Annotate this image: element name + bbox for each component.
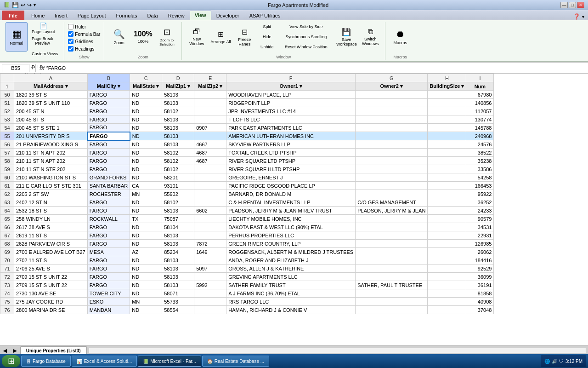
quick-access-redo[interactable]: ↪ <box>27 2 32 8</box>
cell-F[interactable]: GREEN RIVER COUNTRY, LLP <box>226 240 356 248</box>
cell-B[interactable]: MESA <box>87 248 130 256</box>
cell-D[interactable]: 58103 <box>162 91 194 99</box>
cell-F[interactable]: PLADSON, JERRY M & JEAN M REV TRUST <box>226 207 356 215</box>
cell-A[interactable]: 2800 MARINA DR SE <box>14 306 88 314</box>
tab-insert[interactable]: Insert <box>50 11 73 20</box>
col-header-I[interactable]: I <box>466 74 494 82</box>
header-cell-D[interactable]: MailZip1 ▾ <box>162 82 194 91</box>
header-cell-A[interactable]: MailAddress ▾ <box>14 82 88 91</box>
cell-E[interactable]: 5097 <box>194 264 226 273</box>
cell-H[interactable] <box>428 264 466 273</box>
cell-H[interactable] <box>428 281 466 289</box>
cell-E[interactable] <box>194 132 226 140</box>
cell-D[interactable]: 93101 <box>162 182 194 190</box>
cell-I[interactable]: 81858 <box>466 289 494 298</box>
cell-D[interactable]: 55902 <box>162 190 194 198</box>
taskbar-excel-access[interactable]: 📊 Excel & Access Soluti... <box>72 356 137 367</box>
taskbar-fargo-db[interactable]: 🗄 Fargo Database <box>21 356 71 367</box>
cell-I[interactable]: 26062 <box>466 248 494 256</box>
cell-E[interactable] <box>194 289 226 298</box>
cell-E[interactable]: 5992 <box>194 281 226 289</box>
cell-F[interactable]: PARK EAST APARTMENTS LLC <box>226 124 356 132</box>
sync-scroll-button[interactable]: Synchronous Scrolling <box>278 32 334 41</box>
cell-B[interactable]: FARGO <box>87 198 130 207</box>
view-side-button[interactable]: View Side by Side <box>278 22 334 31</box>
cell-H[interactable] <box>428 240 466 248</box>
cell-I[interactable]: 33586 <box>466 165 494 173</box>
cell-I[interactable]: 145788 <box>466 124 494 132</box>
cell-C[interactable]: ND <box>130 157 162 165</box>
cell-A[interactable]: 2730 130 AVE SE <box>14 289 88 298</box>
cell-C[interactable]: ND <box>130 273 162 281</box>
cell-G[interactable] <box>356 231 428 240</box>
cell-I[interactable]: 38522 <box>466 149 494 157</box>
cell-B[interactable]: FARGO <box>87 132 130 140</box>
cell-F[interactable]: DAKOTA EAST & WEST LLC (90%) ETAL <box>226 223 356 231</box>
cell-B[interactable]: ESKO <box>87 298 130 306</box>
cell-C[interactable]: ND <box>130 240 162 248</box>
cell-D[interactable]: 58102 <box>162 149 194 157</box>
cell-I[interactable]: 40908 <box>466 298 494 306</box>
cell-E[interactable] <box>194 182 226 190</box>
cell-F[interactable]: A J FARMS INC (36.70%) ETAL <box>226 289 356 298</box>
cell-B[interactable]: ROCKWALL <box>87 215 130 223</box>
cell-I[interactable]: 67980 <box>466 91 494 99</box>
quick-access-undo[interactable]: ↩ <box>21 2 25 8</box>
cell-A[interactable]: 2619 11 ST S <box>14 231 88 240</box>
ruler-checkbox[interactable] <box>68 24 74 29</box>
cell-F[interactable]: GREVING APARTMENTS LLC <box>226 273 356 281</box>
cell-D[interactable]: 75087 <box>162 215 194 223</box>
cell-H[interactable] <box>428 99 466 107</box>
gridlines-checkbox[interactable] <box>68 39 74 44</box>
cell-I[interactable]: 37048 <box>466 306 494 314</box>
cell-F[interactable]: RIVER SQUARE II LTD PTSHP <box>226 165 356 173</box>
cell-B[interactable]: FARGO <box>87 157 130 165</box>
cell-I[interactable]: 34531 <box>466 223 494 231</box>
cell-I[interactable]: 54258 <box>466 173 494 182</box>
cell-G[interactable] <box>356 124 428 132</box>
cell-H[interactable] <box>428 215 466 223</box>
cell-I[interactable]: 36191 <box>466 281 494 289</box>
tab-review[interactable]: Review <box>163 11 190 20</box>
cell-E[interactable] <box>194 298 226 306</box>
cell-E[interactable] <box>194 190 226 198</box>
cell-E[interactable] <box>194 306 226 314</box>
cell-A[interactable]: 200 45 ST N <box>14 107 88 115</box>
cell-G[interactable] <box>356 256 428 264</box>
normal-view-button[interactable]: ▦ Normal <box>6 22 28 52</box>
cell-I[interactable]: 166453 <box>466 182 494 190</box>
cell-A[interactable]: 2628 PARKVIEW CIR S <box>14 240 88 248</box>
cell-H[interactable] <box>428 157 466 165</box>
cell-D[interactable]: 58103 <box>162 256 194 264</box>
cell-G[interactable] <box>356 157 428 165</box>
cell-C[interactable]: ND <box>130 99 162 107</box>
cell-D[interactable]: 58103 <box>162 264 194 273</box>
cell-I[interactable]: 140856 <box>466 99 494 107</box>
cell-C[interactable]: ND <box>130 281 162 289</box>
cell-A[interactable]: 275 JAY COOKE RD <box>14 298 88 306</box>
cell-A[interactable]: 200 45 ST S STE 1 <box>14 124 88 132</box>
cell-D[interactable]: 58103 <box>162 281 194 289</box>
cell-A[interactable]: 211 E CARILLO ST STE 301 <box>14 182 88 190</box>
cell-F[interactable]: BARNARD, DR DONALD M <box>226 190 356 198</box>
cell-E[interactable] <box>194 91 226 99</box>
header-cell-C[interactable]: MailState ▾ <box>130 82 162 91</box>
sheet-tab-unique[interactable]: Unique Properties (List3) <box>20 346 87 355</box>
tab-developer[interactable]: Developer <box>211 11 244 20</box>
cell-C[interactable]: TX <box>130 215 162 223</box>
cell-D[interactable]: 58104 <box>162 223 194 231</box>
cell-C[interactable]: ND <box>130 165 162 173</box>
cell-G[interactable] <box>356 132 428 140</box>
cell-A[interactable]: 2205 2 ST SW <box>14 190 88 198</box>
cell-F[interactable]: PACIFIC RIDGE OSGOOD PLACE LP <box>226 182 356 190</box>
cell-C[interactable]: ND <box>130 149 162 157</box>
cell-A[interactable]: 2532 18 ST S <box>14 207 88 215</box>
cell-D[interactable]: 58103 <box>162 124 194 132</box>
quick-access-customize[interactable]: ▾ <box>34 2 36 7</box>
start-button[interactable]: ⊞ <box>2 355 20 367</box>
cell-E[interactable]: 0907 <box>194 124 226 132</box>
cell-E[interactable]: 6602 <box>194 207 226 215</box>
cell-F[interactable]: C & H RENTAL INVESTMENTS LLP <box>226 198 356 207</box>
cell-F[interactable]: RIDGEPOINT LLP <box>226 99 356 107</box>
cell-I[interactable]: 24576 <box>466 140 494 149</box>
